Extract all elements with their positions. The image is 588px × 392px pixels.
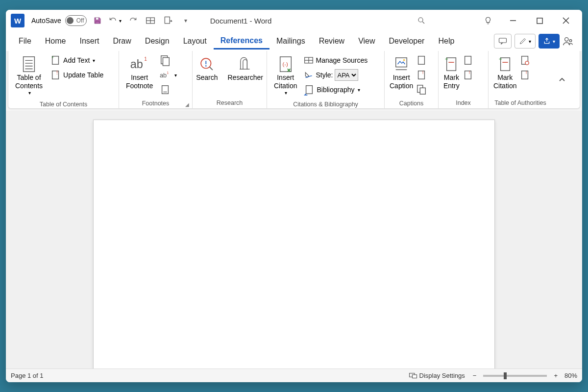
zoom-out-button[interactable]: −	[470, 372, 480, 379]
undo-button[interactable]: ▾	[108, 14, 122, 27]
display-settings-button[interactable]: Display Settings	[419, 372, 465, 379]
insert-endnote-button[interactable]	[158, 53, 179, 68]
svg-rect-53	[465, 71, 471, 79]
tips-button[interactable]	[478, 11, 498, 30]
group-label-index: Index	[439, 98, 488, 108]
footnotes-launcher[interactable]: ◢	[185, 102, 189, 107]
insert-citation-label: Insert Citation	[274, 74, 297, 90]
update-table-label: Update Table	[63, 71, 103, 79]
add-text-label: Add Text	[63, 56, 90, 64]
autosave-toggle[interactable]: Off	[65, 15, 87, 26]
tab-file[interactable]: File	[12, 34, 38, 49]
next-footnote-button[interactable]: ab1▾	[158, 68, 179, 82]
insert-citation-button[interactable]: (-) Insert Citation▾	[271, 53, 300, 98]
undo-icon	[108, 16, 118, 25]
qat-item-2[interactable]	[161, 14, 175, 27]
svg-rect-63	[412, 374, 416, 378]
research-search-icon	[198, 56, 215, 73]
insert-footnote-button[interactable]: ab 1 Insert Footnote	[123, 53, 156, 92]
maximize-button[interactable]	[528, 11, 551, 30]
qat-item-1[interactable]	[144, 14, 157, 27]
update-table-button[interactable]: ! Update Table	[49, 68, 105, 82]
close-button[interactable]	[555, 11, 577, 30]
tab-design[interactable]: Design	[138, 34, 176, 49]
zoom-in-button[interactable]: +	[551, 372, 561, 379]
ribbon: Table of Contents▾ + Add Text▾ ! Update …	[8, 51, 580, 109]
autosave-state: Off	[76, 17, 84, 24]
account-button[interactable]	[560, 36, 576, 47]
citation-icon: (-)	[277, 55, 294, 74]
svg-rect-40	[306, 86, 313, 94]
mark-citation-button[interactable]: + Mark Citation	[492, 53, 517, 92]
mark-citation-label: Mark Citation	[493, 74, 516, 90]
close-icon	[563, 17, 569, 24]
insert-index-icon	[463, 54, 473, 66]
ribbon-tabs: File Home Insert Draw Design Layout Refe…	[6, 31, 582, 51]
minimize-button[interactable]	[502, 11, 524, 30]
tab-review[interactable]: Review	[312, 34, 351, 49]
tab-insert[interactable]: Insert	[73, 34, 106, 49]
update-toa[interactable]: !	[517, 68, 532, 82]
manage-sources-button[interactable]: Manage Sources	[302, 53, 369, 68]
tab-mailings[interactable]: Mailings	[270, 34, 312, 49]
group-authorities: + Mark Citation ! Table of Authorities	[489, 51, 552, 108]
svg-line-33	[210, 67, 213, 70]
bibliography-button[interactable]: Bibliography▾	[302, 82, 369, 97]
minimize-icon	[510, 17, 516, 24]
tab-layout[interactable]: Layout	[176, 34, 214, 49]
editing-mode-button[interactable]: ▾	[514, 34, 536, 49]
share-button[interactable]: ▾	[539, 34, 560, 49]
svg-text:+: +	[51, 55, 54, 60]
document-canvas[interactable]	[6, 111, 582, 368]
zoom-slider[interactable]	[483, 375, 547, 377]
document-page[interactable]	[93, 120, 495, 368]
title-bar: W AutoSave Off ▾ ▾ Document1 - Word	[6, 10, 582, 31]
redo-button[interactable]	[126, 14, 140, 27]
svg-rect-60	[522, 71, 528, 79]
citation-style-select[interactable]: APA	[335, 69, 358, 81]
comments-button[interactable]	[494, 34, 512, 49]
svg-rect-52	[465, 56, 471, 65]
show-notes-button[interactable]	[158, 82, 179, 97]
update-figures[interactable]: !	[414, 68, 429, 82]
table-of-contents-button[interactable]: Table of Contents▾	[12, 53, 46, 98]
svg-point-12	[569, 40, 572, 42]
search-command-button[interactable]: Search	[193, 53, 220, 84]
style-label: Style:	[316, 71, 333, 79]
svg-text:+: +	[499, 56, 502, 62]
tab-help[interactable]: Help	[431, 34, 461, 49]
cross-reference[interactable]	[414, 82, 429, 97]
toggle-knob-icon	[67, 17, 74, 24]
add-text-button[interactable]: + Add Text▾	[49, 53, 105, 68]
save-button[interactable]	[91, 14, 104, 27]
insert-caption-button[interactable]: Insert Caption	[389, 53, 414, 92]
mark-entry-icon: +	[444, 56, 459, 73]
svg-rect-45	[418, 71, 425, 79]
tab-draw[interactable]: Draw	[106, 34, 138, 49]
toc-label: Table of Contents	[15, 74, 43, 90]
save-icon	[93, 16, 102, 25]
update-index[interactable]: !	[461, 68, 475, 82]
page-indicator[interactable]: Page 1 of 1	[11, 372, 44, 379]
tab-home[interactable]: Home	[38, 34, 73, 49]
zoom-level[interactable]: 80%	[564, 372, 577, 379]
search-icon	[417, 16, 426, 25]
svg-point-32	[205, 65, 207, 67]
insert-table-figures[interactable]	[414, 53, 429, 68]
search-label: Search	[196, 74, 218, 82]
person-icon	[563, 36, 573, 47]
researcher-button[interactable]: Researcher	[225, 53, 266, 84]
tab-developer[interactable]: Developer	[382, 34, 432, 49]
collapse-ribbon-button[interactable]	[552, 51, 572, 108]
tab-view[interactable]: View	[351, 34, 382, 49]
update-figures-icon: !	[416, 69, 427, 81]
qat-customize[interactable]: ▾	[179, 14, 193, 27]
mark-entry-button[interactable]: + Mark Entry	[442, 53, 461, 92]
search-button[interactable]	[412, 11, 431, 30]
group-label-footnotes: Footnotes◢	[119, 99, 192, 109]
insert-toa[interactable]	[517, 53, 532, 68]
insert-index[interactable]	[461, 53, 475, 68]
toc-icon	[20, 55, 38, 74]
tab-references[interactable]: References	[214, 33, 270, 49]
comment-icon	[498, 37, 507, 45]
